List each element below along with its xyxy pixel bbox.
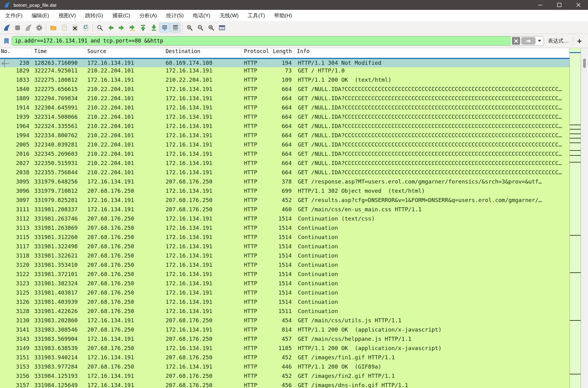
packet-row-selected[interactable]: 238128263.716090172.16.134.19168.169.174… <box>0 58 569 67</box>
zoom-in-button[interactable] <box>184 23 195 32</box>
packet-row[interactable]: 3130331983.202860172.16.134.191207.68.17… <box>0 317 569 326</box>
packet-cell-time: 331981.312260 <box>32 234 85 243</box>
minimap-packet-mark <box>570 272 581 273</box>
menu-analyze[interactable]: 分析(A) <box>135 10 162 21</box>
zoom-out-button[interactable] <box>195 23 205 32</box>
scrollbar-minimap[interactable] <box>569 48 581 388</box>
packet-cell-source: 207.68.176.250 <box>85 363 163 373</box>
filter-bookmark-button[interactable] <box>2 36 11 46</box>
packet-cell-source: 207.68.176.250 <box>85 188 163 197</box>
packet-row[interactable]: 2027322350.515931210.22.204.101172.16.13… <box>0 160 569 169</box>
packet-row[interactable]: 3120331981.353410207.68.176.250172.16.13… <box>0 262 569 271</box>
column-header-info[interactable]: Info <box>295 48 569 58</box>
colorize-toggle[interactable] <box>170 23 180 32</box>
reload-file-button[interactable] <box>80 23 91 32</box>
save-file-button[interactable] <box>59 23 69 32</box>
auto-scroll-toggle[interactable] <box>159 23 170 32</box>
packet-row[interactable]: 3111331981.208337172.16.134.191207.68.17… <box>0 206 569 215</box>
packet-row[interactable]: 3113331981.263869207.68.176.250172.16.13… <box>0 225 569 234</box>
packet-row[interactable]: 2038322355.756844210.22.204.101172.16.13… <box>0 169 569 178</box>
column-header-source[interactable]: Source <box>85 48 163 58</box>
packet-row[interactable]: 3125331981.403817207.68.176.250172.16.13… <box>0 289 569 299</box>
packet-row[interactable]: 3156331984.125193172.16.134.191207.68.17… <box>0 373 569 382</box>
scrollbar-thumb[interactable] <box>583 59 586 68</box>
packet-row[interactable]: 3141331983.308546207.68.176.250172.16.13… <box>0 326 569 336</box>
minimize-button[interactable] <box>531 0 550 10</box>
packet-row[interactable]: 1964322324.335561210.22.204.101172.16.13… <box>0 123 569 132</box>
expression-button[interactable]: 表达式… <box>544 37 573 44</box>
menu-capture[interactable]: 捕获(C) <box>108 10 135 21</box>
menu-telephony[interactable]: 电话(Y) <box>188 10 215 21</box>
column-header-time[interactable]: Time <box>32 48 85 58</box>
packet-row[interactable]: 3096331979.710812207.68.176.250172.16.13… <box>0 188 569 197</box>
packet-row[interactable]: 3153331983.977284207.68.176.250172.16.13… <box>0 363 569 373</box>
menu-edit[interactable]: 编辑(E) <box>27 10 54 21</box>
packet-row[interactable]: 3095331979.648256172.16.134.191207.68.17… <box>0 178 569 188</box>
packet-row[interactable]: 1889322294.769834210.22.204.101172.16.13… <box>0 95 569 104</box>
packet-row[interactable]: 3115331981.312260207.68.176.250172.16.13… <box>0 234 569 243</box>
menu-view[interactable]: 视图(V) <box>54 10 80 21</box>
go-back-button[interactable] <box>105 23 116 32</box>
zoom-out-icon <box>197 24 204 31</box>
menu-go[interactable]: 跳转(G) <box>80 10 108 21</box>
restart-capture-button[interactable] <box>23 23 33 32</box>
open-file-button[interactable] <box>48 23 58 32</box>
packet-row[interactable]: 1829322274.925011210.22.204.101172.16.13… <box>0 67 569 76</box>
find-packet-button[interactable] <box>95 23 105 32</box>
column-header-protocol[interactable]: Protocol <box>242 48 271 58</box>
packet-cell-source: 207.68.176.250 <box>85 225 163 234</box>
packet-row[interactable]: 1939322314.508066210.22.204.101172.16.13… <box>0 114 569 123</box>
packet-row[interactable]: 3126331981.403939207.68.176.250172.16.13… <box>0 299 569 308</box>
packet-row[interactable]: 3117331981.322498207.68.176.250172.16.13… <box>0 243 569 252</box>
packet-row[interactable]: 3112331981.263746207.68.176.250172.16.13… <box>0 215 569 225</box>
capture-options-button[interactable] <box>34 23 44 32</box>
packet-cell-length: 452 <box>271 373 295 382</box>
packet-row[interactable]: 1833322275.180812172.16.134.191210.22.20… <box>0 76 569 86</box>
go-forward-button[interactable] <box>116 23 126 32</box>
column-header-length[interactable]: Length <box>271 48 295 58</box>
packet-row[interactable]: 3157331984.125649172.16.134.191207.68.17… <box>0 382 569 388</box>
packet-row[interactable]: 1914322304.645991210.22.204.101172.16.13… <box>0 104 569 114</box>
packet-cell-info: Continuation (text/css) <box>295 215 569 225</box>
apply-filter-button[interactable] <box>521 37 536 45</box>
go-first-packet-button[interactable] <box>138 23 148 32</box>
packet-row[interactable]: 3143331983.569904172.16.134.191207.68.17… <box>0 336 569 345</box>
packet-row[interactable]: 3149331983.638539207.68.176.250172.16.13… <box>0 345 569 354</box>
packet-row[interactable]: 3123331981.382324207.68.176.250172.16.13… <box>0 280 569 289</box>
close-file-button[interactable] <box>70 23 80 32</box>
packet-row[interactable]: 1840322275.656615210.22.204.101172.16.13… <box>0 86 569 95</box>
menu-tools[interactable]: 工具(T) <box>243 10 270 21</box>
menu-help[interactable]: 帮助(H) <box>269 10 297 21</box>
packet-row[interactable]: 1994322334.800762210.22.204.101172.16.13… <box>0 132 569 141</box>
packet-row[interactable]: 3097331979.825281172.16.134.191207.68.17… <box>0 197 569 206</box>
zoom-reset-button[interactable] <box>206 23 216 32</box>
menu-statistics[interactable]: 统计(S) <box>162 10 188 21</box>
resize-columns-button[interactable] <box>217 23 227 32</box>
go-to-packet-button[interactable] <box>127 23 137 32</box>
packet-cell-no: 3149 <box>0 345 32 354</box>
packet-row[interactable]: 3118331981.322621207.68.176.250172.16.13… <box>0 252 569 262</box>
filter-dropdown-caret[interactable] <box>536 37 544 45</box>
close-button[interactable] <box>569 0 588 10</box>
menu-wireless[interactable]: 无线(W) <box>215 10 243 21</box>
clear-filter-button[interactable] <box>512 37 520 45</box>
vertical-scrollbar[interactable] <box>581 48 588 388</box>
column-header-destination[interactable]: Destination <box>163 48 242 58</box>
packet-row[interactable]: 2005322340.039281210.22.204.101172.16.13… <box>0 141 569 151</box>
menu-file[interactable]: 文件(F) <box>1 10 27 21</box>
packet-row[interactable]: 2016322345.269603210.22.204.101172.16.13… <box>0 151 569 160</box>
packet-cell-destination: 172.16.134.191 <box>163 114 242 123</box>
packet-row[interactable]: 3151331983.940214172.16.134.191207.68.17… <box>0 354 569 363</box>
packet-cell-source: 210.22.204.101 <box>85 169 163 178</box>
column-header-no[interactable]: No. <box>0 48 32 58</box>
packet-row[interactable]: 3122331981.372101207.68.176.250172.16.13… <box>0 271 569 280</box>
stop-capture-button[interactable] <box>12 23 23 32</box>
filter-input[interactable]: ip.addr==172.16.134.191 and tcp.port==80… <box>12 36 511 45</box>
packet-cell-length: 454 <box>271 317 295 326</box>
go-last-packet-button[interactable] <box>149 23 159 32</box>
maximize-button[interactable] <box>550 0 569 10</box>
packet-cell-info: GET /NULL.IDA?CCCCCCCCCCCCCCCCCCCCCCCCCC… <box>295 86 569 95</box>
start-capture-button[interactable] <box>2 23 12 32</box>
packet-row[interactable]: 3128331981.422626207.68.176.250172.16.13… <box>0 308 569 317</box>
add-filter-button[interactable]: + <box>573 35 586 47</box>
